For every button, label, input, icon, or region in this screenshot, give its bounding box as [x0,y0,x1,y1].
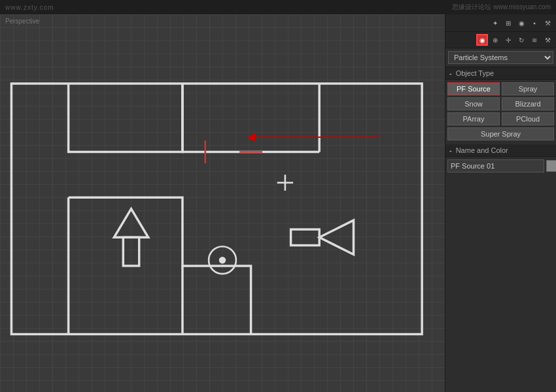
viewport[interactable]: Perspective [0,14,445,392]
color-swatch[interactable] [546,160,556,172]
floor-plan [0,14,445,392]
snow-button[interactable]: Snow [447,97,500,110]
object-type-buttons: PF Source Spray Snow Blizzard PArray PCl… [445,80,556,143]
svg-rect-6 [291,229,320,245]
svg-rect-4 [123,237,139,266]
section-minus-object: - [449,69,452,77]
name-color-header: - Name and Color [445,144,556,157]
name-input[interactable] [447,159,544,172]
object-type-section: - Object Type PF Source Spray Snow Blizz… [445,67,556,143]
panel-icons-row1: ✦ ⊞ ◉ ▪ ⚒ [445,14,556,32]
pcloud-button[interactable]: PCloud [502,112,554,125]
name-color-row [445,157,556,175]
name-color-label: Name and Color [456,146,508,154]
top-bar: www.zxty.com 思缘设计论坛 www.missyuan.com [0,0,556,14]
particle-dropdown-row: Particle Systems Standard Extended Compo… [445,48,556,67]
select-icon[interactable]: ⊕ [489,34,501,46]
svg-rect-0 [11,84,422,335]
particle-systems-dropdown[interactable]: Particle Systems Standard Extended Compo… [448,51,553,64]
hammer-icon[interactable]: ⚒ [542,34,553,46]
wrench-icon[interactable]: ⚒ [542,17,553,29]
square-icon[interactable]: ▪ [529,17,540,29]
move-icon[interactable]: ✛ [502,34,514,46]
svg-point-8 [219,257,226,263]
object-type-label: Object Type [456,69,495,77]
grid-icon[interactable]: ⊞ [502,17,514,29]
watermark-left: www.zxty.com [5,4,54,11]
blizzard-button[interactable]: Blizzard [502,97,554,110]
sphere-icon[interactable]: ◉ [515,17,527,29]
svg-marker-3 [114,209,148,238]
wave-icon[interactable]: ≋ [529,34,540,46]
svg-marker-5 [319,220,353,254]
spray-button[interactable]: Spray [502,82,554,95]
watermark-right: 思缘设计论坛 www.missyuan.com [452,3,551,12]
camera-icon[interactable]: ◉ [476,34,488,46]
star-icon[interactable]: ✦ [489,17,501,29]
rotate-icon[interactable]: ↻ [515,34,527,46]
section-minus-name: - [449,146,452,154]
object-type-header: - Object Type [445,67,556,80]
pf-source-button[interactable]: PF Source [447,82,500,95]
panel-icons-row2: ◉ ⊕ ✛ ↻ ≋ ⚒ [445,32,556,48]
parray-button[interactable]: PArray [447,112,500,125]
name-color-section: - Name and Color [445,144,556,175]
super-spray-button[interactable]: Super Spray [447,127,554,140]
right-panel: ✦ ⊞ ◉ ▪ ⚒ ◉ ⊕ ✛ ↻ ≋ ⚒ Particle Systems S… [445,14,556,392]
